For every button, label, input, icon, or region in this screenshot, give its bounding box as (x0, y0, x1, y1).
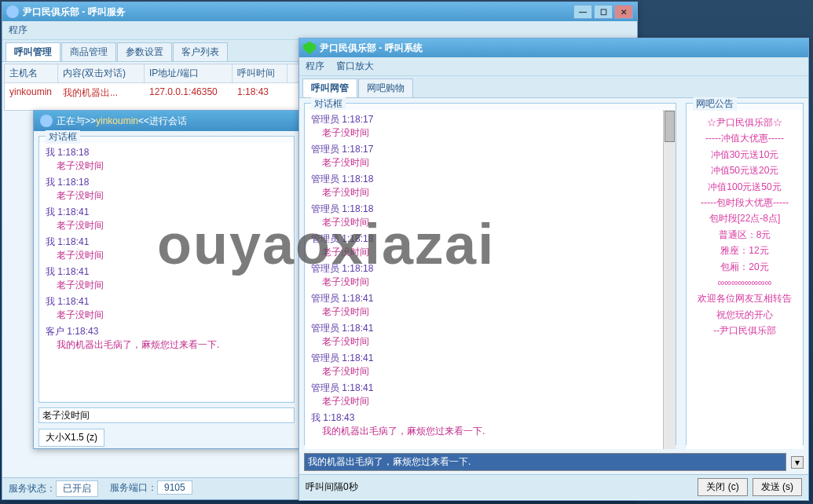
size-button[interactable]: 大小X1.5 (z) (38, 429, 104, 447)
announcement-line: 包厢：20元 (690, 259, 800, 275)
app-icon (6, 5, 19, 18)
message-body: 老子没时间 (46, 159, 287, 173)
maximize-button[interactable]: ☐ (594, 5, 613, 19)
tab-call-admin[interactable]: 呼叫网管 (302, 79, 357, 97)
tab-product-mgmt[interactable]: 商品管理 (61, 42, 116, 61)
message-header: 管理员 1:18:18 (311, 262, 669, 276)
message-body: 老子没时间 (311, 276, 669, 289)
interval-label: 呼叫间隔0秒 (306, 480, 693, 494)
announcement-line: 普通区：8元 (690, 227, 800, 243)
close-button[interactable]: 关闭 (c) (698, 478, 747, 496)
td-host: yinkoumin (5, 85, 58, 101)
td-ip: 127.0.0.1:46350 (145, 85, 233, 101)
chat-title-prefix: 正在与>> (57, 115, 96, 128)
message-dropdown[interactable]: 我的机器出毛病了，麻烦您过来看一下. (304, 453, 786, 471)
chat-messages[interactable]: 我 1:18:18老子没时间我 1:18:18老子没时间我 1:18:41老子没… (39, 143, 294, 400)
sys-titlebar: 尹口民俱乐部 - 呼叫系统 (299, 38, 808, 57)
announcement-line: 欢迎各位网友互相转告 (690, 290, 800, 306)
message-header: 管理员 1:18:41 (311, 382, 669, 395)
message-body: 老子没时间 (311, 126, 669, 140)
announcement-label: 网吧公告 (693, 97, 737, 111)
chat-icon (40, 115, 53, 127)
message-header: 我 1:18:43 (311, 411, 669, 425)
announcement-line: 冲值100元送50元 (690, 179, 800, 195)
message-header: 管理员 1:18:17 (311, 143, 669, 156)
message-header: 管理员 1:18:18 (311, 203, 669, 216)
call-system-window: 尹口民俱乐部 - 呼叫系统 程序 窗口放大 呼叫网管 网吧购物 对话框 管理员 … (298, 38, 809, 501)
announcement-content: ☆尹口民俱乐部☆-----冲值大优惠-----冲值30元送10元冲值50元送20… (687, 110, 803, 449)
message-body: 老子没时间 (311, 305, 669, 319)
announcement-line: 祝您玩的开心 (690, 307, 800, 323)
announcement-line: 雅座：12元 (690, 243, 800, 258)
tab-customer-list[interactable]: 客户列表 (173, 42, 228, 61)
message-body: 老子没时间 (46, 249, 287, 262)
announcement-line: 冲值30元送10元 (690, 147, 800, 163)
sys-tabs: 呼叫网管 网吧购物 (299, 76, 808, 98)
message-header: 我 1:18:41 (46, 206, 287, 219)
message-header: 我 1:18:18 (46, 176, 287, 189)
sys-menu-zoom[interactable]: 窗口放大 (336, 60, 374, 71)
message-header: 管理员 1:18:41 (311, 292, 669, 305)
status-port-label: 服务端口： (110, 482, 157, 493)
chat-title-suffix: <<进行会话 (138, 115, 187, 128)
main-title: 尹口民俱乐部 - 呼叫服务 (23, 5, 573, 19)
th-time[interactable]: 呼叫时间 (233, 64, 287, 82)
message-body: 我的机器出毛病了，麻烦您过来看一下. (311, 425, 669, 438)
tab-call-mgmt[interactable]: 呼叫管理 (5, 42, 60, 61)
chat-groupbox: 对话框 我 1:18:18老子没时间我 1:18:18老子没时间我 1:18:4… (38, 136, 295, 403)
dropdown-arrow-icon[interactable]: ▾ (791, 456, 804, 469)
message-header: 我 1:18:18 (46, 146, 287, 159)
shield-icon (303, 42, 316, 54)
td-content: 我的机器出... (58, 85, 145, 101)
main-titlebar: 尹口民俱乐部 - 呼叫服务 — ☐ ✕ (2, 2, 637, 21)
chat-input[interactable] (38, 407, 295, 423)
announcement-line: ☆尹口民俱乐部☆ (690, 115, 800, 130)
message-header: 管理员 1:18:18 (311, 232, 669, 246)
announcement-line: 冲值50元送20元 (690, 163, 800, 178)
announcement-line: --尹口民俱乐部 (690, 323, 800, 338)
minimize-button[interactable]: — (573, 5, 592, 19)
message-body: 老子没时间 (46, 279, 287, 292)
message-header: 我 1:18:41 (46, 236, 287, 249)
tab-param-set[interactable]: 参数设置 (117, 42, 172, 61)
sys-menubar: 程序 窗口放大 (299, 57, 808, 76)
th-ip[interactable]: IP地址/端口 (145, 64, 233, 82)
close-button[interactable]: ✕ (614, 5, 633, 19)
announcement-line: -----冲值大优惠----- (690, 130, 800, 146)
message-header: 管理员 1:18:17 (311, 113, 669, 126)
menu-program[interactable]: 程序 (9, 24, 27, 35)
message-body: 老子没时间 (46, 219, 287, 232)
sys-menu-program[interactable]: 程序 (306, 60, 324, 71)
chat-titlebar: 正在与>> yinkoumin <<进行会话 (34, 111, 299, 131)
message-body: 老子没时间 (311, 395, 669, 408)
send-button[interactable]: 发送 (s) (753, 478, 802, 496)
message-body: 老子没时间 (311, 156, 669, 170)
message-header: 我 1:18:41 (46, 295, 287, 309)
status-state-value: 已开启 (56, 480, 98, 497)
message-header: 管理员 1:18:41 (311, 322, 669, 335)
sys-title: 尹口民俱乐部 - 呼叫系统 (320, 42, 804, 55)
status-state-label: 服务状态： (9, 483, 56, 494)
message-header: 管理员 1:18:18 (311, 173, 669, 186)
announcement-line: -----包时段大优惠----- (690, 195, 800, 210)
th-content[interactable]: 内容(双击对话) (58, 64, 145, 82)
td-time: 1:18:43 (233, 85, 287, 101)
status-port-value: 9105 (157, 480, 192, 495)
message-body: 老子没时间 (46, 189, 287, 203)
sys-messages[interactable]: 管理员 1:18:17老子没时间管理员 1:18:17老子没时间管理员 1:18… (305, 110, 676, 449)
message-body: 我的机器出毛病了，麻烦您过来看一下. (46, 338, 287, 352)
tab-shopping[interactable]: 网吧购物 (358, 79, 413, 97)
scrollbar[interactable] (663, 110, 676, 449)
message-header: 我 1:18:41 (46, 265, 287, 279)
message-body: 老子没时间 (311, 335, 669, 349)
announcement-line: 包时段[22点-8点] (690, 210, 800, 226)
sys-bottom-bar: 呼叫间隔0秒 关闭 (c) 发送 (s) (299, 474, 808, 499)
chat-window: 正在与>> yinkoumin <<进行会话 对话框 我 1:18:18老子没时… (33, 110, 300, 449)
announcement-line: ∞∞∞∞∞∞∞∞ (690, 275, 800, 290)
scrollbar-thumb[interactable] (665, 111, 675, 142)
message-body: 老子没时间 (311, 216, 669, 229)
sys-dialog-label: 对话框 (311, 97, 346, 111)
chat-title-user: yinkoumin (96, 115, 138, 126)
th-host[interactable]: 主机名 (5, 64, 58, 82)
message-header: 客户 1:18:43 (46, 325, 287, 338)
